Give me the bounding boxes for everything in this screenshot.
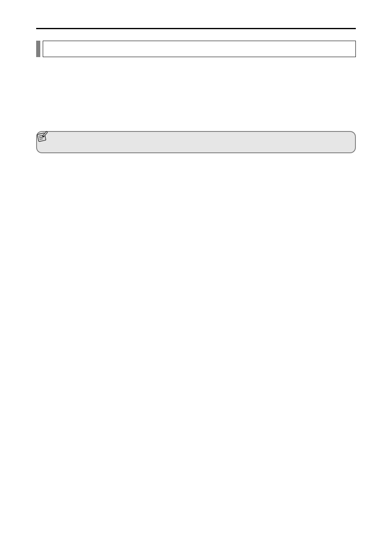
heading-accent-bar	[36, 41, 40, 57]
note-body-box	[36, 131, 356, 153]
page-content	[0, 0, 392, 153]
note-icon	[36, 131, 48, 143]
note-section	[36, 131, 356, 153]
heading-text-box	[43, 41, 356, 57]
horizontal-rule	[36, 28, 356, 29]
section-heading	[36, 41, 356, 57]
